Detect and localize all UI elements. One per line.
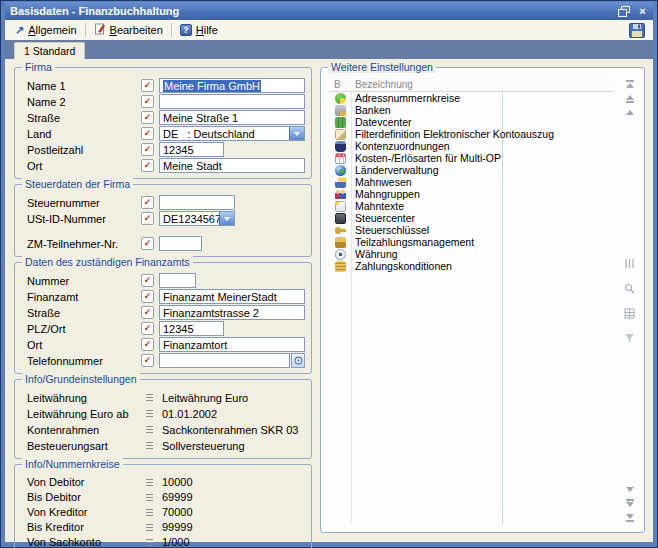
filter-definition-icon [335,129,346,140]
info-row: Kontenrahmen Sachkontenrahmen SKR 03 [27,422,305,437]
list-item-datevcenter[interactable]: Datevcenter [330,116,614,128]
tabstrip: 1 Standard [5,40,653,59]
save-icon [629,23,645,38]
edit-check-icon[interactable]: ✓ [141,338,154,351]
strasse-input[interactable]: Meine Straße 1 [159,110,305,125]
dunning-system-icon [335,177,346,188]
steuernummer-input[interactable] [159,195,235,210]
dial-phone-button[interactable] [291,353,305,368]
phone-icon [294,356,303,365]
edit-check-icon[interactable]: ✓ [141,354,154,367]
menu-allgemein[interactable]: ↗ Allgemein [12,23,80,38]
equals-icon [146,539,153,546]
close-button[interactable]: × [635,5,650,18]
scroll-down-button[interactable] [626,487,634,492]
edit-check-icon[interactable]: ✓ [141,237,154,250]
info-value: 70000 [162,506,193,518]
edit-check-icon[interactable]: ✓ [141,196,154,209]
outline-icon[interactable] [624,255,635,273]
equals-icon [146,479,153,486]
group-steuerdaten: Steuerdaten der Firma Steuernummer ✓ USt… [14,184,312,257]
group-title: Weitere Einstellungen [328,61,436,73]
field-label: Straße [27,307,141,319]
finanzamt-nummer-input[interactable] [159,273,196,288]
menu-hilfe[interactable]: ? Hilfe [177,23,221,37]
tab-standard[interactable]: 1 Standard [14,42,85,59]
telefonnummer-input[interactable] [159,353,290,368]
info-row: Bis Debitor 69999 [27,490,305,504]
list-item-teilzahlungsmanagement[interactable]: Teilzahlungsmanagement [330,236,614,248]
partial-payment-icon [335,237,346,248]
postleitzahl-input[interactable]: 12345 [159,142,224,157]
group-title: Firma [22,61,55,73]
menubar: ↗ Allgemein Bearbeiten ? Hilfe [5,20,653,40]
grid-icon[interactable] [624,305,635,323]
window-title: Basisdaten - Finanzbuchhaltung [10,5,179,17]
list-item-mahntexte[interactable]: Mahntexte [330,200,614,212]
edit-check-icon[interactable]: ✓ [141,143,154,156]
save-button[interactable] [627,22,647,39]
info-value: 99999 [162,521,193,533]
list-item-filterdefinition[interactable]: Filterdefinition Elektronischer Kontoaus… [330,128,614,140]
filter-icon[interactable] [624,330,635,348]
finanzamt-strasse-input[interactable]: Finanzamtstrasse 2 [159,305,305,320]
edit-check-icon[interactable]: ✓ [141,127,154,140]
field-label: Finanzamt [27,291,141,303]
group-weitere-einstellungen: Weitere Einstellungen B Bezeichnung Adre… [320,67,645,533]
chevron-down-icon[interactable] [219,212,234,225]
edit-check-icon[interactable]: ✓ [141,322,154,335]
finanzamt-plz-input[interactable]: 12345 [159,321,224,336]
land-select[interactable]: DE : Deutschland [159,126,305,141]
edit-check-icon[interactable]: ✓ [141,306,154,319]
list-item-mahngruppen[interactable]: Mahngruppen [330,188,614,200]
restore-button[interactable] [616,5,631,18]
finanzamt-ort-input[interactable]: Finanzamtort [159,337,305,352]
menu-bearbeiten[interactable]: Bearbeiten [91,22,166,38]
chevron-down-icon[interactable] [289,127,304,140]
edit-check-icon[interactable]: ✓ [141,290,154,303]
edit-check-icon[interactable]: ✓ [141,274,154,287]
column-header-bezeichnung[interactable]: Bezeichnung [351,79,614,90]
edit-check-icon[interactable]: ✓ [141,159,154,172]
edit-notepad-icon [94,23,106,37]
list-item-steuercenter[interactable]: Steuercenter [330,212,614,224]
edit-check-icon[interactable]: ✓ [141,79,154,92]
group-grundeinstellungen: Info/Grundeinstellungen Leitwährung Leit… [14,379,312,459]
edit-check-icon[interactable]: ✓ [141,111,154,124]
scroll-up-page-button[interactable] [626,95,634,103]
ort-input[interactable]: Meine Stadt [159,158,305,173]
list-item-waehrung[interactable]: Währung [330,248,614,260]
list-item-kontenzuordnungen[interactable]: Kontenzuordnungen [330,140,614,152]
list-item-banken[interactable]: Banken [330,104,614,116]
group-finanzamt: Daten des zuständigen Finanzamts Nummer … [14,262,312,374]
field-label: PLZ/Ort [27,323,141,335]
field-label: ZM-Teilnehmer-Nr. [27,238,141,250]
finanzamt-name-input[interactable]: Finanzamt MeinerStadt [159,289,305,304]
dunning-texts-icon [335,201,346,212]
name1-input[interactable]: Meine Firma GmbH [159,78,305,93]
column-header-b[interactable]: B [330,79,351,90]
scroll-to-top-button[interactable] [626,80,634,88]
equals-icon [146,410,153,417]
list-item-mahnwesen[interactable]: Mahnwesen [330,176,614,188]
form-row: Steuernummer ✓ [27,195,305,210]
ustid-select[interactable]: DE123456789123 [159,211,235,226]
list-item-laenderverwaltung[interactable]: Länderverwaltung [330,164,614,176]
info-row: Bis Kreditor 99999 [27,520,305,534]
list-item-kosten-erloesarten[interactable]: Kosten-/Erlösarten für Multi-OP [330,152,614,164]
list-item-zahlungskonditionen[interactable]: Zahlungskonditionen [330,260,614,272]
scroll-to-bottom-button[interactable] [626,514,634,522]
edit-check-icon[interactable]: ✓ [141,95,154,108]
scroll-up-button[interactable] [626,110,634,115]
info-value: 69999 [162,491,193,503]
equals-icon [146,509,153,516]
equals-icon [146,426,153,433]
search-icon[interactable] [624,280,635,298]
menu-separator [85,23,86,37]
name2-input[interactable] [159,94,305,109]
list-item-adressnummernkreise[interactable]: Adressnummernkreise [330,92,614,104]
scroll-down-page-button[interactable] [626,499,634,507]
zm-teilnehmer-input[interactable] [159,236,202,251]
edit-check-icon[interactable]: ✓ [141,212,154,225]
list-item-steuerschluessel[interactable]: Steuerschlüssel [330,224,614,236]
